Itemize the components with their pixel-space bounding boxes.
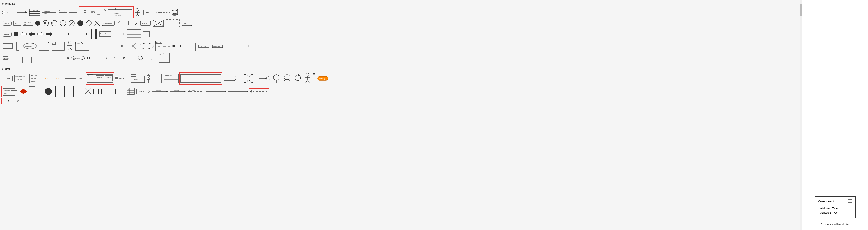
uml-return-arrow[interactable]: return — [187, 89, 205, 94]
uml25-message-found[interactable] — [172, 43, 184, 48]
uml25-use-case-ellipse[interactable]: UseCase — [23, 42, 38, 50]
uml25-frame2[interactable] — [184, 40, 196, 51]
uml-boundary-object[interactable]: Boundary Object — [272, 73, 281, 83]
uml25-assoc-dashed[interactable] — [35, 55, 52, 61]
uml25-black-square[interactable] — [13, 31, 19, 37]
uml-title-label[interactable]: Title — [78, 76, 86, 81]
uml-l-shape1[interactable] — [100, 87, 108, 95]
uml25-port-highlighted[interactable]: port1 port — [79, 7, 107, 18]
uml-object[interactable]: Object — [2, 75, 13, 82]
uml25-left-arrow[interactable] — [19, 31, 27, 37]
uml-t-bar2[interactable] — [36, 86, 43, 97]
uml25-qualifier[interactable]: qualifier — [2, 55, 19, 61]
uml-l-shape3[interactable] — [118, 87, 126, 95]
uml-receive-event[interactable] — [222, 74, 240, 82]
uml25-right-arrow-filled[interactable] — [45, 31, 53, 37]
uml-filled-circle-big[interactable] — [44, 87, 53, 96]
uml25-package-import[interactable]: <<package>> — [108, 55, 126, 61]
uml25-x-cross[interactable] — [126, 41, 138, 50]
uml-item-label[interactable]: + Item: — [44, 76, 55, 81]
uml25-note[interactable] — [38, 41, 51, 51]
uml-separator[interactable] — [64, 76, 77, 81]
uml25-x-box[interactable] — [152, 19, 164, 27]
uml25-state1[interactable]: State1 — [2, 20, 12, 26]
uml-stick-actor[interactable]: Use Case — [304, 72, 312, 84]
uml25-history-state[interactable]: H — [42, 19, 50, 27]
uml25-item-shape[interactable]: Item — [13, 20, 22, 26]
uml25-input-pin[interactable] — [116, 20, 127, 27]
uml25-message2[interactable]: message — [211, 43, 224, 49]
uml25-arrow1[interactable] — [16, 10, 28, 15]
uml25-tree[interactable] — [20, 52, 34, 64]
uml25-flow-edge[interactable] — [54, 32, 71, 37]
uml25-junction[interactable] — [94, 20, 101, 27]
uml25-fork-bar2[interactable] — [94, 29, 98, 40]
uml25-class[interactable]: Classifier — [29, 8, 41, 16]
uml25-interaction[interactable]: ref — [51, 41, 65, 51]
uml25-fork-bar[interactable] — [90, 29, 94, 40]
uml25-component[interactable]: Component — [2, 8, 15, 16]
uml25-actor2[interactable] — [66, 40, 74, 51]
uml25-pin-cluster[interactable] — [14, 41, 22, 51]
uml25-instance-value[interactable]: :Instance value — [41, 8, 57, 16]
uml25-parameter-node[interactable]: Parameter spec — [99, 31, 112, 37]
uml-control-object[interactable]: Control Object — [293, 73, 303, 83]
uml-notation-highlighted[interactable] — [180, 73, 222, 84]
uml-entity-object[interactable]: Entity Object — [282, 73, 292, 83]
uml-arrow-circle[interactable] — [258, 74, 271, 83]
uml-long-arrow2[interactable] — [227, 89, 249, 94]
uml25-choice[interactable] — [59, 19, 67, 27]
uml-diamond[interactable] — [19, 88, 28, 95]
uml-activity-node[interactable]: Activity — [317, 75, 329, 82]
uml25-frame[interactable]: frame — [74, 41, 90, 51]
uml25-state2[interactable]: State1 — [2, 31, 12, 37]
uml25-assoc-dashed2[interactable] — [53, 55, 70, 61]
uml25-terminate[interactable] — [68, 19, 76, 27]
uml-x-shape[interactable] — [84, 87, 92, 95]
uml25-dashed-arrow[interactable] — [72, 32, 89, 37]
uml-t-bar1[interactable] — [29, 86, 36, 97]
uml25-package-highlighted[interactable]: paquete Component — [107, 7, 133, 18]
uml-dispatch[interactable]: dispatch — [136, 88, 151, 95]
uml25-expansion-region[interactable] — [165, 19, 180, 28]
uml25-interface-connector[interactable] — [126, 55, 144, 61]
uml25-lifeline[interactable] — [90, 43, 107, 48]
uml25-actor[interactable] — [133, 8, 142, 17]
uml-half-circle1[interactable] — [240, 73, 248, 84]
uml-interface[interactable]: <<interface>> Name — [14, 74, 28, 83]
scrollbar-thumb[interactable] — [800, 4, 802, 16]
uml25-rect3[interactable] — [2, 42, 13, 49]
uml-half-circle2[interactable] — [249, 73, 257, 84]
uml-item-label2[interactable]: item: — [55, 76, 63, 81]
uml-module[interactable]: Module — [115, 74, 130, 83]
uml25-output-pin[interactable] — [128, 20, 139, 27]
uml25-initial-state[interactable] — [34, 20, 41, 27]
uml-t-bar3[interactable] — [76, 85, 83, 97]
uml25-collapse-icon[interactable] — [2, 3, 4, 5]
uml25-required-interface[interactable] — [144, 54, 157, 62]
uml25-deep-history[interactable]: H* — [51, 19, 58, 27]
uml25-header[interactable]: UML 2.5 — [2, 2, 798, 5]
uml-vertical-bar2[interactable] — [58, 85, 62, 97]
uml25-assoc3[interactable] — [87, 55, 108, 61]
uml-class[interactable]: field, type field type method() — [29, 73, 44, 84]
uml-arrow-group-highlighted[interactable] — [2, 98, 26, 104]
uml25-region[interactable]: Region Region 1 — [155, 8, 170, 16]
uml-component-highlighted[interactable]: Component Interface Comp2 — [86, 73, 114, 84]
uml25-combined-fragment[interactable]: opt — [155, 40, 171, 51]
uml25-item-item[interactable]: Item: item item — [23, 20, 34, 26]
uml25-action2[interactable]: Action — [181, 20, 193, 27]
uml-lifeline-element[interactable] — [312, 72, 316, 84]
uml25-action1[interactable]: Action1 — [140, 20, 152, 27]
uml25-right-arrow[interactable] — [37, 31, 45, 37]
uml25-table[interactable] — [126, 29, 142, 40]
uml25-diamond[interactable] — [85, 19, 93, 27]
uml-cell-grid[interactable]: cell — [126, 87, 135, 95]
uml-return-arrow-highlighted[interactable] — [249, 89, 269, 94]
uml25-opaque-action[interactable]: OpaqueAction — [101, 20, 116, 27]
scrollbar-track[interactable] — [800, 0, 802, 230]
uml-vertical-bar1[interactable] — [54, 85, 57, 97]
uml-dispatch-arrow[interactable]: dispatch — [152, 89, 169, 94]
uml25-connector-highlighted[interactable]: Property — [57, 8, 79, 16]
uml25-sd-frame[interactable]: sd — [158, 52, 170, 64]
